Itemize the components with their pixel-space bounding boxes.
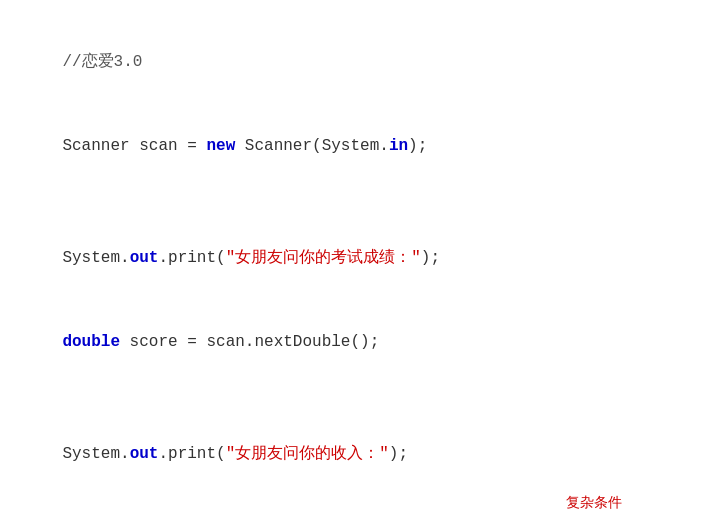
line-scanner: Scanner scan = new Scanner(System.in); (24, 104, 702, 188)
line-double-score: double score = scan.nextDouble(); (24, 300, 702, 384)
comment-text: //恋爱3.0 (62, 53, 142, 71)
line-print-score: System.out.print("女朋友问你的考试成绩："); (24, 216, 702, 300)
code-block: //恋爱3.0 Scanner scan = new Scanner(Syste… (24, 20, 702, 520)
comment-line: //恋爱3.0 (24, 20, 702, 104)
line-empty1 (24, 188, 702, 216)
line-print-money: System.out.print("女朋友问你的收入："); (24, 412, 702, 496)
line-int-money-wrapper: int money = scan.nextInt(); 复杂条件 (24, 496, 702, 520)
annotation-complex: 复杂条件 (566, 492, 622, 514)
line-empty2 (24, 384, 702, 412)
